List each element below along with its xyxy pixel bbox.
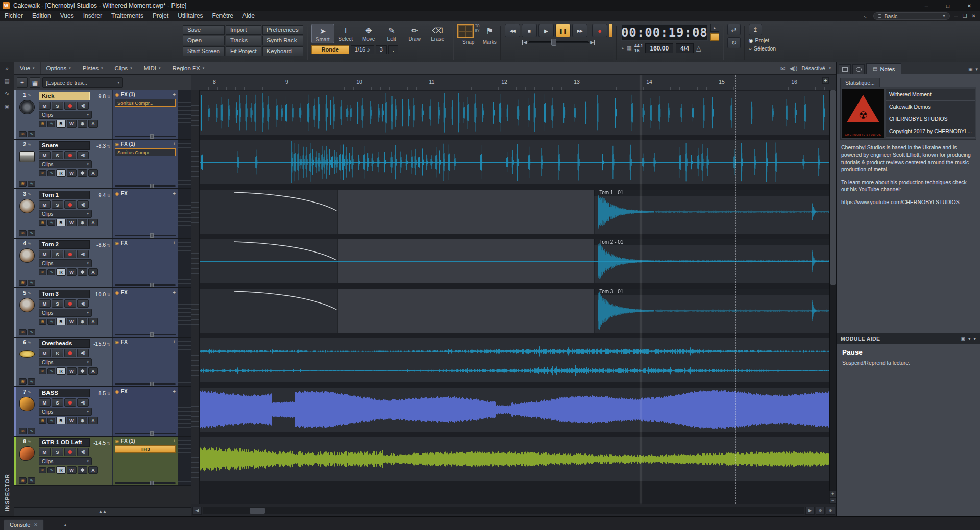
track-manager-icon[interactable]: ▦ <box>30 77 40 88</box>
fx-volume-slider[interactable] <box>115 235 176 236</box>
child-restore-button[interactable]: ❐ <box>963 13 967 19</box>
add-track-button[interactable]: + <box>17 77 28 88</box>
fx-volume-slider[interactable] <box>115 433 176 434</box>
input-echo-button[interactable]: ◀)) <box>77 299 89 308</box>
fx-power-icon[interactable]: ◉ <box>115 340 119 345</box>
slider-thumb[interactable] <box>150 283 154 287</box>
envelope-view-icon[interactable]: ∿ <box>47 467 55 473</box>
input-echo-button[interactable]: ◀)) <box>77 250 89 258</box>
mute-button[interactable]: M <box>39 398 51 407</box>
expand-layout-icon[interactable]: ↔ <box>862 12 870 20</box>
fx-volume-slider[interactable] <box>115 185 176 187</box>
menu-item-projet[interactable]: Projet <box>148 11 173 21</box>
automation-r-button[interactable]: R <box>56 120 66 128</box>
maximize-button[interactable]: □ <box>937 0 959 11</box>
menu-item-fentre[interactable]: Fenêtre <box>208 11 238 21</box>
collapse-tracks-button[interactable]: ▲▲ <box>14 507 191 516</box>
preferences-button[interactable]: Preferences <box>262 25 303 35</box>
menu-item-utilitaires[interactable]: Utilitaires <box>173 11 207 21</box>
tab-console[interactable]: Console ✕ <box>4 519 44 530</box>
track-properties-icon[interactable]: ▤ <box>4 78 9 84</box>
chevron-down-icon[interactable]: ▾ <box>975 67 978 72</box>
automation-a-button[interactable]: A <box>88 417 98 424</box>
record-arm-button[interactable] <box>64 299 76 308</box>
take-lanes-icon[interactable]: ≋ <box>19 378 27 385</box>
automation-✱-button[interactable]: ✱ <box>78 417 87 424</box>
automation-w-button[interactable]: W <box>67 169 77 177</box>
clip-name-label[interactable]: Tom 1 - 01 <box>598 190 625 195</box>
automation-lanes-icon[interactable]: ∿ <box>28 230 35 236</box>
track-row-snare[interactable]: 2∿≋∿Snare-8.3 ⇅MS◀))Clips▾≋∿RW✱A◉FX (1)+… <box>14 140 191 189</box>
dock-options-icon[interactable]: ▣ <box>961 336 965 341</box>
clip-lane-tom-3[interactable]: Tom 3 - 01 <box>191 288 836 338</box>
automation-lanes-icon[interactable]: ∿ <box>28 428 35 434</box>
workspace-select[interactable]: [Espace de trav... ▾ <box>42 77 123 88</box>
track-name-field[interactable]: Tom 1 <box>39 191 90 199</box>
time-format-button[interactable]: ▸ <box>710 24 719 32</box>
track-name-field[interactable]: Kick <box>39 92 90 100</box>
zoom-in-icon[interactable]: ⊕ <box>826 507 835 515</box>
record-options-button[interactable] <box>609 24 612 37</box>
tab-plugin-browser[interactable] <box>852 64 865 74</box>
tempo-display[interactable]: 160.00 <box>645 43 673 53</box>
scroll-right-icon[interactable]: ▶ <box>805 507 815 515</box>
child-close-button[interactable]: ✕ <box>972 13 976 19</box>
clip-lane-tom-1[interactable]: Tom 1 - 01 <box>191 189 836 239</box>
record-arm-button[interactable] <box>64 200 76 209</box>
fx-add-button[interactable]: + <box>173 290 176 295</box>
clips-dropdown[interactable]: Clips▾ <box>39 210 92 218</box>
solo-button[interactable]: S <box>52 299 63 308</box>
track-volume-value[interactable]: -10.0 ⇅ <box>93 291 110 297</box>
take-lanes-icon[interactable]: ≋ <box>19 477 27 484</box>
fx-volume-slider[interactable] <box>115 383 176 385</box>
export-icon[interactable]: ↥ <box>749 24 762 35</box>
clip-lane-snare[interactable] <box>191 140 836 189</box>
vscrollbar-thumb[interactable] <box>830 90 836 285</box>
tab-media-browser[interactable] <box>839 64 851 74</box>
fx-power-icon[interactable]: ◉ <box>115 241 119 246</box>
automation-✱-button[interactable]: ✱ <box>78 169 87 177</box>
automation-r-button[interactable]: R <box>56 169 66 177</box>
envelope-view-icon[interactable]: ∿ <box>47 368 55 374</box>
envelope-view-icon[interactable]: ∿ <box>47 319 55 325</box>
fx-plugin-chip[interactable]: TH3 <box>115 445 176 453</box>
tracks-button[interactable]: Tracks <box>226 36 261 45</box>
tool-move[interactable]: ✥Move <box>357 24 380 43</box>
clips-view-icon[interactable]: ≋ <box>39 170 46 176</box>
clips-view-icon[interactable]: ≋ <box>39 121 46 127</box>
horizontal-scrollbar[interactable]: ◀ ▶ ⊖ ⊕ <box>191 504 836 516</box>
fx-add-button[interactable]: + <box>173 438 176 444</box>
automation-r-button[interactable]: R <box>56 268 66 276</box>
fx-add-button[interactable]: + <box>173 240 176 246</box>
fx-add-button[interactable]: + <box>173 339 176 345</box>
track-row-gtr-1-od-left[interactable]: 8∿≋∿GTR 1 OD Left-14.5 ⇅MS◀))Clips▾≋∿RW✱… <box>14 437 191 486</box>
track-volume-value[interactable]: -8.6 ⇅ <box>96 242 110 248</box>
tool-smart[interactable]: ➤Smart <box>311 24 334 43</box>
expand-inspector-icon[interactable]: » <box>5 65 8 71</box>
collapse-icon[interactable]: ▾ <box>973 336 976 341</box>
mute-button[interactable]: M <box>39 200 51 209</box>
scrollbar-thumb[interactable] <box>250 508 265 514</box>
vertical-zoom-in-icon[interactable]: + <box>829 491 836 497</box>
punch-icon[interactable]: ↻ <box>727 37 741 48</box>
mute-button[interactable]: M <box>39 102 51 110</box>
automation-lanes-icon[interactable]: ∿ <box>28 477 35 484</box>
tool-edit[interactable]: ✎Edit <box>380 24 403 43</box>
automation-w-button[interactable]: W <box>67 417 77 424</box>
automation-lanes-icon[interactable]: ∿ <box>28 131 35 137</box>
scope-selection-radio[interactable]: ○ Sélection <box>749 45 776 52</box>
project-info-field[interactable]: Withered Moment <box>886 89 975 101</box>
record-arm-button[interactable] <box>64 151 76 159</box>
track-name-field[interactable]: GTR 1 OD Left <box>39 438 90 447</box>
fx-volume-slider[interactable] <box>115 284 176 286</box>
clip-lane-tom-2[interactable]: Tom 2 - 01 <box>191 239 836 288</box>
menu-item-edition[interactable]: Edition <box>28 11 56 21</box>
clips-view-icon[interactable]: ≋ <box>39 269 46 275</box>
automation-a-button[interactable]: A <box>88 120 98 128</box>
input-echo-button[interactable]: ◀)) <box>77 448 89 456</box>
clip-lane-overheads[interactable] <box>191 338 836 387</box>
track-name-field[interactable]: Overheads <box>39 339 90 348</box>
input-echo-button[interactable]: ◀)) <box>77 200 89 209</box>
vertical-scrollbar[interactable] <box>829 90 836 504</box>
project-info-field[interactable]: Cakewalk Demos <box>886 101 975 113</box>
